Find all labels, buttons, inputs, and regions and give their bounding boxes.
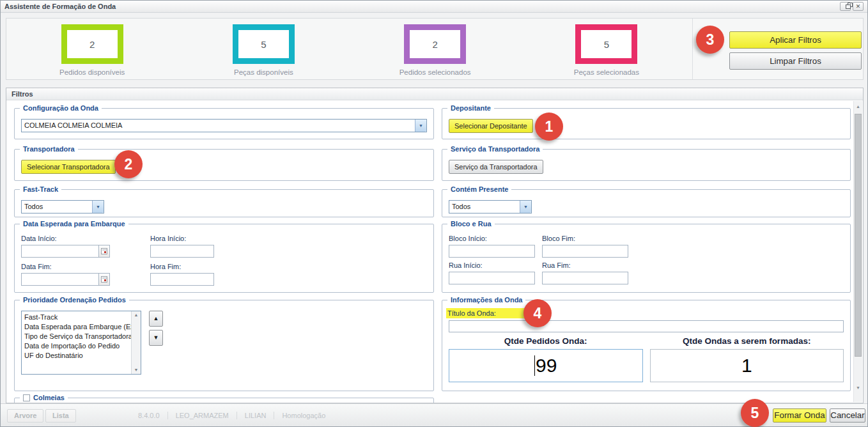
stats-strip: 2 Pedidos disponíveis 5 Peças disponívei… (6, 19, 693, 79)
status-bar: Arvore Lista 8.4.0.0 LEO_ARMAZEM LILIAN … (1, 403, 867, 426)
summary-panel: 2 Pedidos disponíveis 5 Peças disponívei… (6, 18, 864, 80)
qty-waves-value: 1 (741, 355, 752, 377)
form-wave-button[interactable]: Formar Onda (773, 408, 826, 423)
qty-orders-value: 99 (536, 355, 557, 377)
stat-value: 5 (604, 39, 609, 50)
street-end-label: Rua Fim: (542, 261, 844, 269)
date-end-calendar-button[interactable] (99, 273, 110, 286)
fieldset-colmeias: Colmeias (14, 398, 434, 403)
colmeias-checkbox[interactable] (23, 394, 30, 401)
clear-filters-button[interactable]: Limpar Filtros (729, 52, 862, 70)
annotation-step-5: 5 (741, 399, 769, 427)
filters-panel-title: Filtros (6, 88, 863, 100)
time-start-label: Hora Início: (150, 235, 427, 242)
time-start-input[interactable] (150, 245, 214, 258)
qty-waves-input[interactable]: 1 (650, 349, 844, 382)
fieldset-fast-track: Fast-Track Todos ▼ (14, 189, 434, 217)
cancel-button[interactable]: Cancelar (830, 408, 865, 423)
list-item[interactable]: Data Esperada para Embarque (ExSD) (22, 322, 131, 332)
priority-listbox[interactable]: Fast-Track Data Esperada para Embarque (… (21, 311, 141, 375)
list-item[interactable]: UF do Destinatário (22, 351, 131, 361)
stat-label: Peças disponíveis (234, 68, 293, 76)
user-text: LILIAN (245, 412, 267, 419)
fieldset-order-priority: Prioridade Ordenação Pedidos Fast-Track … (14, 300, 434, 391)
fieldset-carrier: Transportadora Selecionar Transportadora (14, 149, 434, 181)
chevron-down-icon[interactable]: ▼ (520, 201, 531, 213)
street-start-input[interactable] (449, 272, 535, 284)
stat-available-pieces: 5 Peças disponíveis (178, 19, 349, 79)
scrollbar-thumb[interactable] (855, 114, 862, 357)
select-depositor-button[interactable]: Selecionar Depositante (449, 119, 533, 133)
wave-title-input[interactable] (449, 320, 844, 332)
street-start-label: Rua Início: (449, 261, 542, 269)
filters-body: Configuração da Onda COLMEIA COLMEIA COL… (6, 100, 863, 403)
block-end-label: Bloco Fim: (542, 235, 844, 242)
date-start-label: Data Início: (21, 235, 150, 242)
fieldset-depositor: Depositante Selecionar Depositante (442, 108, 851, 139)
block-start-input[interactable] (449, 245, 535, 258)
chevron-down-icon[interactable]: ▼ (92, 201, 104, 213)
scroll-up-icon[interactable]: ▲ (854, 103, 862, 111)
separator (274, 412, 274, 419)
scroll-up-icon[interactable]: ▲ (132, 311, 141, 319)
fast-track-select[interactable]: Todos ▼ (21, 200, 104, 214)
fieldset-legend: Colmeias (20, 394, 68, 401)
contains-gift-select[interactable]: Todos ▼ (449, 200, 532, 214)
scroll-down-icon[interactable]: ▼ (132, 366, 141, 374)
stat-box-available-orders: 2 (61, 24, 123, 64)
filters-panel: Filtros Configuração da Onda COLMEIA COL… (6, 88, 864, 403)
wave-config-value: COLMEIA COLMEIA COLMEIA (22, 120, 415, 132)
date-start-calendar-button[interactable] (99, 245, 110, 258)
list-view-button[interactable]: Lista (45, 409, 76, 423)
date-start-input[interactable] (21, 245, 99, 258)
colmeias-label: Colmeias (33, 394, 65, 401)
stat-value: 5 (261, 39, 266, 50)
stat-box-available-pieces: 5 (233, 24, 295, 64)
fieldset-contains-gift: Contém Presente Todos ▼ (442, 189, 851, 217)
stat-selected-orders: 2 Pedidos selecionados (350, 19, 521, 79)
date-end-input[interactable] (21, 273, 99, 286)
annotation-step-4: 4 (523, 299, 552, 327)
listbox-scrollbar[interactable]: ▲ ▼ (131, 311, 141, 374)
filters-scrollbar[interactable]: ▲ ▼ (853, 101, 862, 402)
tree-view-button[interactable]: Arvore (7, 409, 43, 423)
street-end-input[interactable] (542, 272, 628, 284)
close-icon: ✕ (856, 3, 861, 10)
restore-window-button[interactable] (840, 2, 851, 11)
move-down-button[interactable]: ▼ (149, 330, 163, 346)
annotation-step-3: 3 (696, 26, 724, 54)
environment-text: Homologação (282, 412, 325, 419)
calendar-icon (101, 248, 107, 254)
fieldset-wave-info: Informações da Onda Título da Onda: Qtde… (442, 300, 851, 391)
fieldset-expected-date: Data Esperada para Embarque Data Início:… (14, 224, 434, 293)
stat-label: Peças selecionadas (574, 68, 639, 76)
window-controls: ✕ (840, 2, 864, 11)
qty-orders-input[interactable]: 99 (449, 349, 643, 382)
list-item[interactable]: Data de Importação do Pedido (22, 341, 131, 351)
block-end-input[interactable] (542, 245, 628, 258)
list-item[interactable]: Fast-Track (22, 313, 131, 322)
close-window-button[interactable]: ✕ (853, 2, 864, 11)
chevron-down-icon[interactable]: ▼ (415, 120, 426, 132)
version-text: 8.4.0.0 (138, 412, 160, 419)
fieldset-wave-config: Configuração da Onda COLMEIA COLMEIA COL… (14, 108, 434, 139)
status-info: 8.4.0.0 LEO_ARMAZEM LILIAN Homologação (138, 412, 325, 419)
time-end-label: Hora Fim: (150, 263, 427, 270)
scroll-down-icon[interactable]: ▼ (854, 384, 862, 392)
block-start-label: Bloco Início: (449, 235, 542, 242)
warehouse-text: LEO_ARMAZEM (176, 412, 229, 419)
priority-move-buttons: ▲ ▼ (149, 311, 163, 375)
select-carrier-button[interactable]: Selecionar Transportadora (21, 160, 116, 174)
list-item[interactable]: Tipo de Serviço da Transportadora (22, 332, 131, 341)
wave-config-select[interactable]: COLMEIA COLMEIA COLMEIA ▼ (21, 119, 427, 132)
separator (236, 412, 237, 419)
apply-filters-button[interactable]: Aplicar Filtros (729, 31, 862, 49)
carrier-service-button[interactable]: Serviço da Transportadora (449, 160, 543, 174)
date-end-label: Data Fim: (21, 263, 150, 270)
stat-selected-pieces: 5 Peças selecionadas (521, 19, 692, 79)
fieldset-carrier-service: Serviço da Transportadora Serviço da Tra… (442, 149, 851, 181)
time-end-input[interactable] (150, 273, 214, 286)
move-up-button[interactable]: ▲ (149, 311, 163, 327)
text-cursor (534, 355, 535, 376)
calendar-icon (101, 276, 107, 283)
